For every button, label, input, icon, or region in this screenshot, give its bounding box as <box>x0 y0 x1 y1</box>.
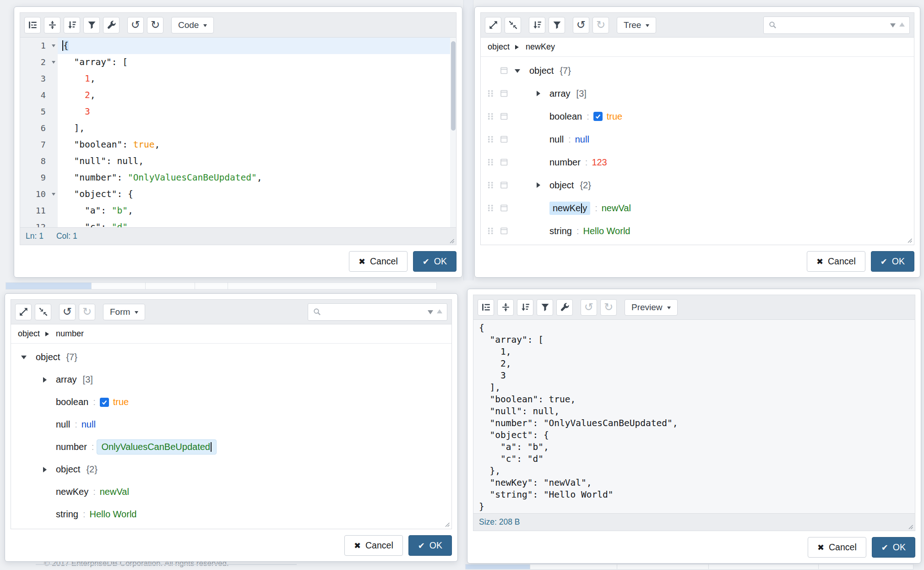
code-scrollbar[interactable] <box>450 38 456 227</box>
tree-row[interactable]: string:Hello World <box>11 503 451 526</box>
field-value[interactable]: newVal <box>602 203 631 214</box>
field-name[interactable]: null <box>56 419 70 430</box>
field-value[interactable]: 123 <box>592 157 607 168</box>
code-line-text[interactable]: { <box>58 38 456 54</box>
fold-toggle-icon[interactable] <box>52 193 55 197</box>
tree-row[interactable]: array[3] <box>481 82 914 105</box>
code-line[interactable]: 8 "null": null, <box>20 153 456 170</box>
expand-node-icon[interactable] <box>532 91 549 96</box>
code-line[interactable]: 9 "number": "OnlyValuesCanBeUpdated", <box>20 170 456 186</box>
cancel-button[interactable]: ✖Cancel <box>807 251 865 272</box>
boolean-checkbox[interactable] <box>100 398 109 407</box>
ok-button[interactable]: ✔OK <box>872 537 915 558</box>
field-name[interactable]: string <box>56 509 78 520</box>
field-name[interactable]: object <box>36 352 60 362</box>
code-line[interactable]: 10 "object": { <box>20 186 456 203</box>
field-value[interactable]: null <box>82 419 96 430</box>
collapse-all-button[interactable] <box>35 304 51 320</box>
field-value[interactable]: Hello World <box>89 509 136 520</box>
cancel-button[interactable]: ✖Cancel <box>808 537 866 558</box>
tree-row[interactable]: boolean:true <box>11 391 451 413</box>
tree-row[interactable]: null:null <box>11 413 451 436</box>
filter-button[interactable] <box>537 299 553 316</box>
drag-handle-icon[interactable] <box>484 204 496 212</box>
filter-button[interactable] <box>549 17 565 33</box>
search-input[interactable] <box>781 21 886 30</box>
redo-button[interactable]: ↻ <box>592 17 609 33</box>
expand-all-button[interactable] <box>15 304 32 320</box>
mode-selector-button[interactable]: Code <box>171 17 214 33</box>
repair-button[interactable] <box>556 299 573 316</box>
tree-row[interactable]: number:123 <box>481 151 914 174</box>
code-line-text[interactable]: "null": null, <box>58 153 456 170</box>
field-name[interactable]: array <box>56 374 77 385</box>
tree-row[interactable]: object{2} <box>481 174 914 197</box>
drag-handle-icon[interactable] <box>484 227 496 235</box>
field-value[interactable]: newVal <box>100 487 129 497</box>
code-line[interactable]: 12 "c": "d" <box>20 219 456 227</box>
field-value[interactable]: null <box>575 134 589 145</box>
field-value[interactable]: Hello World <box>583 226 630 236</box>
code-line[interactable]: 5 3 <box>20 104 456 120</box>
format-button[interactable] <box>24 17 41 33</box>
breadcrumb-item[interactable]: object <box>18 329 40 339</box>
drag-handle-icon[interactable] <box>484 158 496 166</box>
expand-node-icon[interactable] <box>532 182 549 188</box>
code-line-text[interactable]: 1, <box>58 71 456 87</box>
field-name[interactable]: array <box>549 88 571 99</box>
row-actions-menu-button[interactable] <box>496 135 512 143</box>
drag-handle-icon[interactable] <box>484 112 496 121</box>
row-actions-menu-button[interactable] <box>496 158 512 166</box>
ok-button[interactable]: ✔OK <box>413 251 457 272</box>
mode-selector-button[interactable]: Form <box>103 304 145 320</box>
row-actions-menu-button[interactable] <box>496 89 512 98</box>
field-name[interactable]: object <box>549 180 574 191</box>
filter-button[interactable] <box>83 17 100 33</box>
field-name[interactable]: object <box>529 66 554 76</box>
tree-row[interactable]: string:Hello World <box>481 219 914 242</box>
compact-button[interactable] <box>44 17 60 33</box>
code-line-text[interactable]: "array": [ <box>58 54 456 71</box>
ok-button[interactable]: ✔OK <box>871 251 914 272</box>
row-actions-menu-button[interactable] <box>496 204 512 212</box>
tree-row[interactable]: null:null <box>481 128 914 151</box>
field-value[interactable]: true <box>607 111 622 122</box>
field-name[interactable]: number <box>56 442 87 452</box>
collapse-node-icon[interactable] <box>512 66 529 76</box>
tree-row[interactable]: object{7} <box>11 346 451 368</box>
undo-button[interactable]: ↺ <box>573 17 589 33</box>
sort-button[interactable] <box>517 299 533 316</box>
field-value[interactable]: OnlyValuesCanBeUpdated <box>97 439 217 455</box>
field-value[interactable]: true <box>113 397 129 407</box>
code-line-text[interactable]: "number": "OnlyValuesCanBeUpdated", <box>58 170 456 186</box>
format-button[interactable] <box>478 299 494 316</box>
mode-selector-button[interactable]: Preview <box>625 299 678 316</box>
tree-row[interactable]: object{7} <box>481 59 914 82</box>
code-line[interactable]: 1{ <box>20 38 456 54</box>
tree-row[interactable]: number:OnlyValuesCanBeUpdated <box>11 436 451 458</box>
code-line-text[interactable]: "boolean": true, <box>58 137 456 153</box>
field-name[interactable]: string <box>549 226 572 236</box>
tree-row[interactable]: object{2} <box>11 458 451 481</box>
search-previous-icon[interactable] <box>437 307 442 313</box>
undo-button[interactable]: ↺ <box>59 304 76 320</box>
search-input[interactable] <box>325 307 424 317</box>
tree-row[interactable]: newKey:newVal <box>11 481 451 503</box>
code-line[interactable]: 11 "a": "b", <box>20 203 456 219</box>
search-next-icon[interactable] <box>890 23 896 30</box>
expand-node-icon[interactable] <box>38 377 56 383</box>
sort-button[interactable] <box>529 17 545 33</box>
field-name[interactable]: newKey <box>549 202 590 215</box>
code-line-text[interactable]: "object": { <box>58 186 456 203</box>
field-name[interactable]: boolean <box>56 397 88 407</box>
ok-button[interactable]: ✔OK <box>408 535 452 556</box>
repair-button[interactable] <box>103 17 120 33</box>
code-line[interactable]: 7 "boolean": true, <box>20 137 456 153</box>
redo-button[interactable]: ↻ <box>147 17 163 33</box>
resize-handle-icon[interactable] <box>448 237 455 244</box>
mode-selector-button[interactable]: Tree <box>617 17 656 33</box>
drag-handle-icon[interactable] <box>484 135 496 143</box>
breadcrumb-item[interactable]: number <box>56 329 84 339</box>
resize-handle-icon[interactable] <box>907 523 913 530</box>
compact-button[interactable] <box>497 299 514 316</box>
